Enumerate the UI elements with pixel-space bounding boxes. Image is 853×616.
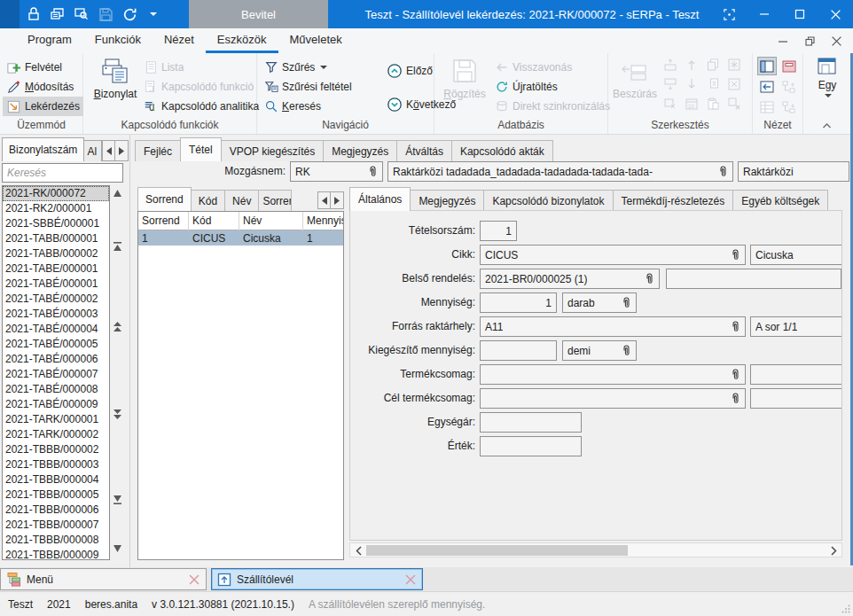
system-menu-box[interactable] — [0, 0, 20, 28]
focus-mode-icon[interactable] — [711, 0, 747, 28]
felvetel-button[interactable]: Felvétel — [3, 58, 66, 77]
view-red-window-icon[interactable] — [779, 57, 799, 75]
kapcsolodo-analitika-button[interactable]: Kapcsolódó analitika — [140, 97, 262, 116]
list-item[interactable]: 2021-TABÉ/000009 — [3, 397, 109, 412]
list-item[interactable]: 2021-SBBÉ/000001 — [3, 216, 109, 231]
list-item[interactable]: 2021-TARK/000002 — [3, 427, 109, 442]
list-item[interactable]: 2021-TABÉ/000005 — [3, 337, 109, 352]
list-item[interactable]: 2021-TBBB/000008 — [3, 533, 109, 548]
list-item[interactable]: 2021-TABÉ/000008 — [3, 382, 109, 397]
scroll-page-up-icon[interactable] — [112, 321, 123, 332]
scroll-up-icon[interactable] — [112, 187, 123, 199]
egysegar-field[interactable] — [480, 412, 582, 433]
cikk-field[interactable]: CICUS — [480, 245, 746, 265]
mennyiseg-unit-field[interactable]: darab — [562, 292, 637, 313]
list-item[interactable]: 2021-TBBB/000004 — [3, 472, 109, 487]
elozo-button[interactable]: Előző — [383, 61, 436, 81]
paperclip-icon[interactable] — [645, 273, 654, 285]
paperclip-icon[interactable] — [622, 345, 631, 357]
form-tab-termekdij-reszletezes[interactable]: Termékdíj-részletezés — [613, 190, 734, 211]
list-item[interactable]: 2021-RK/000072 — [3, 186, 109, 201]
list-item[interactable]: 2021-TARK/000001 — [3, 412, 109, 427]
forras-raktarhely-field[interactable]: A11 — [480, 316, 746, 337]
scroll-down-icon[interactable] — [112, 542, 123, 554]
paperclip-icon[interactable] — [622, 297, 631, 309]
document-list[interactable]: 2021-RK/0000722021-RK2/0000012021-SBBÉ/0… — [2, 185, 110, 560]
resize-grip[interactable] — [841, 604, 850, 613]
tab-fejlec[interactable]: Fejléc — [135, 140, 181, 161]
close-szallitolevel-tab-icon[interactable] — [404, 573, 417, 586]
close-button[interactable] — [818, 0, 853, 28]
ertek-field[interactable] — [480, 436, 582, 456]
context-tab-bevitel[interactable]: Bevitel — [189, 0, 328, 28]
paperclip-icon[interactable] — [731, 393, 740, 405]
window-search-icon[interactable] — [73, 5, 90, 23]
form-tab-altalanos[interactable]: Általános — [349, 187, 411, 211]
mdi-close-button[interactable] — [826, 31, 846, 51]
grid-tab-sorrend[interactable]: Sorrend — [137, 187, 192, 211]
column-header-sorrend[interactable]: Sorrend — [138, 212, 189, 230]
form-tab-kapcsolodo-bizonylatok[interactable]: Kapcsolódó bizonylatok — [483, 190, 613, 211]
menu-tab-eszkozok[interactable]: Eszközök — [206, 28, 278, 53]
grid-tab-scroll-right-button[interactable] — [331, 191, 344, 209]
paperclip-icon[interactable] — [731, 369, 740, 381]
cascade-windows-icon[interactable] — [49, 5, 67, 23]
list-item[interactable]: 2021-TABÉ/000007 — [3, 367, 109, 382]
list-item[interactable]: 2021-TBBB/000002 — [3, 442, 109, 457]
scroll-page-down-icon[interactable] — [112, 409, 123, 420]
scroll-right-icon[interactable] — [827, 545, 840, 557]
lock-icon[interactable] — [25, 5, 43, 23]
szures-button[interactable]: Szűrés — [261, 58, 331, 77]
grid-row-selected[interactable]: 1 CICUS Cicuska 1 — [138, 230, 343, 246]
paperclip-icon[interactable] — [731, 249, 740, 261]
paperclip-icon[interactable] — [731, 321, 740, 333]
cel-termekcsomag-field[interactable] — [480, 388, 746, 409]
minimize-button[interactable] — [747, 0, 782, 28]
mennyiseg-field[interactable]: 1 — [480, 292, 557, 313]
list-item[interactable]: 2021-TBBB/000006 — [3, 503, 109, 518]
list-item[interactable]: 2021-RK2/000001 — [3, 201, 109, 216]
szuresi-feltetel-button[interactable]: Szűrési feltétel — [261, 77, 356, 97]
list-item[interactable]: 2021-TBBB/000003 — [3, 457, 109, 472]
taskbar-tab-szallitolevel[interactable]: Szállítólevél — [211, 568, 423, 590]
belso-rendeles-field[interactable]: 2021-BR0/000025 (1) — [480, 269, 660, 289]
list-item[interactable]: 2021-TABÉ/000004 — [3, 322, 109, 337]
taskbar-tab-menu[interactable]: Menü — [0, 568, 207, 590]
tab-bizonylatszam[interactable]: Bizonylatszám — [2, 137, 84, 161]
mdi-restore-button[interactable] — [800, 31, 819, 51]
menu-tab-nezet[interactable]: Nézet — [153, 28, 206, 53]
view-collapse-panel-icon[interactable] — [757, 77, 777, 96]
list-item[interactable]: 2021-TABÉ/000003 — [3, 307, 109, 322]
column-header-kod[interactable]: Kód — [189, 212, 239, 230]
ujratoltes-button[interactable]: Újratöltés — [491, 77, 561, 97]
close-menu-tab-icon[interactable] — [188, 573, 200, 586]
grid-tab-kod[interactable]: Kód — [191, 190, 225, 211]
modositas-button[interactable]: Módosítás — [3, 77, 77, 97]
form-tab-egyeb-koltsegek[interactable]: Egyéb költségek — [732, 190, 828, 211]
tab-tetel[interactable]: Tétel — [180, 137, 222, 161]
column-header-nev[interactable]: Név — [239, 212, 303, 230]
lekerdezes-button[interactable]: Lekérdezés — [3, 97, 83, 116]
mozgasnem-name-field[interactable]: Raktárközi tadadada_tadadada-tadadada-ta… — [387, 161, 733, 182]
kereses-button[interactable]: Keresés — [261, 97, 325, 116]
quick-access-caret-icon[interactable] — [145, 5, 162, 23]
list-item[interactable]: 2021-TBBB/000005 — [3, 487, 109, 503]
scroll-first-icon[interactable] — [112, 240, 123, 252]
list-item[interactable]: 2021-TBBB/000007 — [3, 518, 109, 533]
collapse-ribbon-icon[interactable] — [822, 122, 832, 129]
list-item[interactable]: 2021-TABB/000002 — [3, 246, 109, 261]
search-input[interactable] — [2, 163, 123, 183]
grid-tab-scroll-left-button[interactable] — [317, 191, 331, 209]
termekcsomag-field[interactable] — [480, 364, 746, 385]
tab-next-partial[interactable]: Al — [84, 140, 102, 161]
form-horizontal-scrollbar[interactable] — [349, 542, 842, 558]
refresh-icon[interactable] — [121, 5, 138, 23]
view-left-panel-icon[interactable] — [757, 57, 777, 75]
list-item[interactable]: 2021-TABÉ/000002 — [3, 292, 109, 307]
kiegeszito-unit-field[interactable]: demi — [562, 340, 637, 361]
paperclip-icon[interactable] — [718, 166, 728, 178]
list-item[interactable]: 2021-TABÉ/000006 — [3, 352, 109, 367]
kiegeszito-mennyiseg-field[interactable] — [480, 340, 557, 361]
tab-atvaltas[interactable]: Átváltás — [396, 140, 452, 161]
egyeb-button[interactable]: Egy — [805, 57, 849, 113]
